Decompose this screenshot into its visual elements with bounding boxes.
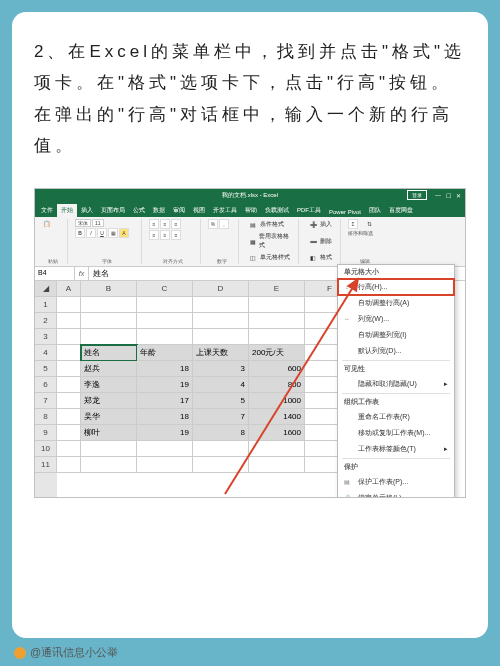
format-cells-button[interactable]: ◧格式: [306, 252, 337, 264]
col-header[interactable]: C: [137, 281, 193, 297]
cell-days[interactable]: 8: [193, 425, 249, 441]
cell[interactable]: [193, 457, 249, 473]
cond-format-button[interactable]: ▤条件格式: [246, 219, 295, 231]
row-header[interactable]: 6: [35, 377, 57, 393]
menu-default-width[interactable]: 默认列宽(D)...: [338, 343, 454, 359]
cell-pay[interactable]: 1600: [249, 425, 305, 441]
cell[interactable]: [57, 409, 81, 425]
italic-button[interactable]: I: [86, 228, 96, 238]
cell[interactable]: [81, 329, 137, 345]
menu-autofit-row[interactable]: 自动调整行高(A): [338, 295, 454, 311]
cell[interactable]: [81, 441, 137, 457]
cell-pay[interactable]: 800: [249, 377, 305, 393]
percent-button[interactable]: %: [208, 219, 218, 229]
menu-autofit-col[interactable]: 自动调整列宽(I): [338, 327, 454, 343]
tab-formulas[interactable]: 公式: [129, 204, 149, 217]
cell-pay[interactable]: 600: [249, 361, 305, 377]
cell[interactable]: [249, 457, 305, 473]
col-header[interactable]: D: [193, 281, 249, 297]
cell-days[interactable]: 4: [193, 377, 249, 393]
cell-age[interactable]: 19: [137, 425, 193, 441]
table-format-button[interactable]: ▦套用表格格式: [246, 231, 295, 251]
col-header[interactable]: B: [81, 281, 137, 297]
tab-pdf[interactable]: PDF工具: [293, 204, 325, 217]
col-header[interactable]: E: [249, 281, 305, 297]
cell-age[interactable]: 18: [137, 361, 193, 377]
comma-button[interactable]: ,: [219, 219, 229, 229]
tab-loadtest[interactable]: 负载测试: [261, 204, 293, 217]
menu-rename-sheet[interactable]: 重命名工作表(R): [338, 409, 454, 425]
row-header[interactable]: 11: [35, 457, 57, 473]
cell-pay[interactable]: 1000: [249, 393, 305, 409]
tab-view[interactable]: 视图: [189, 204, 209, 217]
tab-review[interactable]: 审阅: [169, 204, 189, 217]
row-header[interactable]: 2: [35, 313, 57, 329]
cell[interactable]: [137, 441, 193, 457]
paste-icon[interactable]: 📋: [41, 219, 51, 229]
col-header[interactable]: A: [57, 281, 81, 297]
cell-styles-button[interactable]: ◫单元格样式: [246, 252, 295, 264]
border-button[interactable]: ▦: [108, 228, 118, 238]
fx-icon[interactable]: fx: [75, 267, 89, 280]
fill-color-button[interactable]: A: [119, 228, 129, 238]
cell-name[interactable]: 李逸: [81, 377, 137, 393]
cell-header-pay[interactable]: 200元/天: [249, 345, 305, 361]
insert-cells-button[interactable]: ➕插入: [306, 219, 337, 231]
cell[interactable]: [81, 313, 137, 329]
underline-button[interactable]: U: [97, 228, 107, 238]
tab-help[interactable]: 帮助: [241, 204, 261, 217]
menu-protect-sheet[interactable]: ▤保护工作表(P)...: [338, 474, 454, 490]
sort-filter-button[interactable]: ⇅: [359, 219, 379, 229]
tab-layout[interactable]: 页面布局: [97, 204, 129, 217]
cell[interactable]: [137, 313, 193, 329]
cell-header-days[interactable]: 上课天数: [193, 345, 249, 361]
cell-age[interactable]: 19: [137, 377, 193, 393]
cell-name[interactable]: 赵兵: [81, 361, 137, 377]
window-close-icon[interactable]: ✕: [456, 192, 461, 199]
login-button[interactable]: 登录: [407, 190, 427, 200]
cell[interactable]: [193, 329, 249, 345]
cell[interactable]: [57, 425, 81, 441]
row-header[interactable]: 4: [35, 345, 57, 361]
tab-insert[interactable]: 插入: [77, 204, 97, 217]
window-min-icon[interactable]: —: [435, 192, 441, 199]
cell[interactable]: [249, 329, 305, 345]
cell-age[interactable]: 18: [137, 409, 193, 425]
cell[interactable]: [57, 361, 81, 377]
cell[interactable]: [57, 297, 81, 313]
cell-name[interactable]: 吴华: [81, 409, 137, 425]
align-bot-button[interactable]: ≡: [171, 219, 181, 229]
cell-days[interactable]: 7: [193, 409, 249, 425]
cell[interactable]: [57, 393, 81, 409]
row-header[interactable]: 9: [35, 425, 57, 441]
tab-data[interactable]: 数据: [149, 204, 169, 217]
cell[interactable]: [57, 457, 81, 473]
row-header[interactable]: 5: [35, 361, 57, 377]
autosum-button[interactable]: Σ: [348, 219, 358, 229]
align-mid-button[interactable]: ≡: [160, 219, 170, 229]
menu-move-copy[interactable]: 移动或复制工作表(M)...: [338, 425, 454, 441]
align-left-button[interactable]: ≡: [149, 230, 159, 240]
cell-pay[interactable]: 1400: [249, 409, 305, 425]
cell[interactable]: [57, 377, 81, 393]
cell[interactable]: [137, 457, 193, 473]
cell[interactable]: [249, 297, 305, 313]
row-header[interactable]: 7: [35, 393, 57, 409]
window-max-icon[interactable]: ☐: [446, 192, 451, 199]
cell-name[interactable]: 柳叶: [81, 425, 137, 441]
row-header[interactable]: 10: [35, 441, 57, 457]
cell[interactable]: [57, 441, 81, 457]
cell[interactable]: [249, 441, 305, 457]
cell-days[interactable]: 5: [193, 393, 249, 409]
cell[interactable]: [81, 457, 137, 473]
cell-header-name[interactable]: 姓名: [81, 345, 137, 361]
cell-age[interactable]: 17: [137, 393, 193, 409]
cell[interactable]: [193, 313, 249, 329]
menu-tab-color[interactable]: 工作表标签颜色(T)▸: [338, 441, 454, 457]
align-center-button[interactable]: ≡: [160, 230, 170, 240]
cell-name[interactable]: 郑龙: [81, 393, 137, 409]
row-header[interactable]: 1: [35, 297, 57, 313]
tab-dev[interactable]: 开发工具: [209, 204, 241, 217]
cell[interactable]: [57, 345, 81, 361]
cell-header-age[interactable]: 年龄: [137, 345, 193, 361]
